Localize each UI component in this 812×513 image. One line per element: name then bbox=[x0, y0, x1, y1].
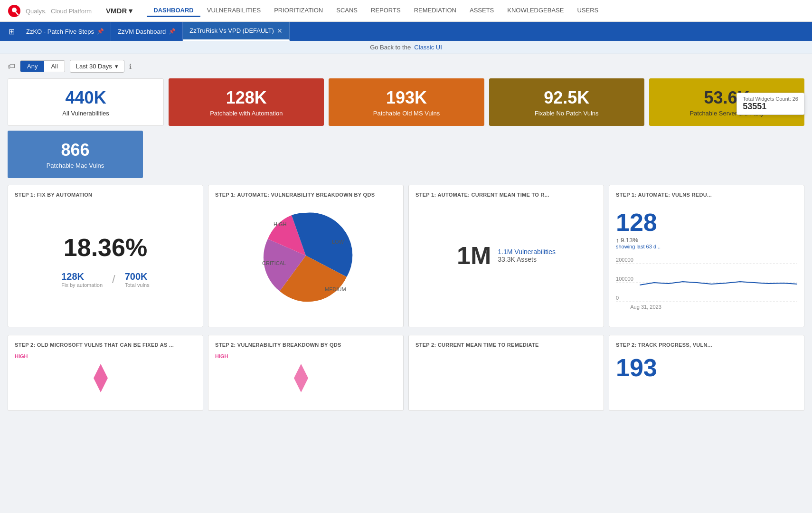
trend-note: showing last 63 d... bbox=[616, 244, 797, 249]
tab-trurisk-vpd[interactable]: ZzTruRisk Vs VPD (DEFAULT) ✕ bbox=[183, 22, 290, 41]
classic-ui-link[interactable]: Classic UI bbox=[414, 44, 442, 51]
vmdr-dropdown-button[interactable]: VMDR ▾ bbox=[101, 5, 137, 17]
tag-icon: 🏷 bbox=[8, 62, 15, 71]
widget-step2-mean-time: STEP 2: CURRENT MEAN TIME TO REMEDIATE bbox=[408, 335, 604, 411]
fix-details: 128K Fix by automation / 700K Total vuln… bbox=[61, 271, 149, 288]
nav-item-dashboard[interactable]: DASHBOARD bbox=[147, 5, 200, 17]
mean-vulns: 1.1M Vulnerabilities bbox=[498, 248, 556, 256]
bottom-chart-2 bbox=[215, 359, 397, 397]
total-widget-label: Total Widgets Count: 26 bbox=[743, 96, 798, 102]
kpi-label: All Vulnerabilities bbox=[62, 110, 109, 117]
kpi-value: 193K bbox=[386, 88, 427, 108]
kpi-patchable-mac-vulns[interactable]: 866 Patchable Mac Vulns bbox=[8, 131, 143, 178]
kpi-row-2: 866 Patchable Mac Vulns bbox=[0, 131, 812, 185]
tab-label: ZzKO - Patch Five Steps bbox=[26, 28, 94, 35]
fix-percentage: 18.36% bbox=[64, 233, 147, 262]
widget-vuln-breakdown-pie: STEP 1: AUTOMATE: VULNERABILITY BREAKDOW… bbox=[208, 185, 404, 327]
mean-details: 1.1M Vulnerabilities 33.3K Assets bbox=[498, 248, 556, 263]
fix-num1: 128K bbox=[61, 271, 103, 282]
vmdr-label: VMDR bbox=[106, 7, 127, 15]
widget-title: STEP 1: AUTOMATE: VULNERABILITY BREAKDOW… bbox=[215, 192, 397, 198]
kpi-value: 440K bbox=[66, 88, 106, 108]
nav-item-scans[interactable]: SCANS bbox=[330, 5, 364, 17]
tab-label: ZzTruRisk Vs VPD (DEFAULT) bbox=[189, 27, 274, 34]
bottom-widget-value: 193 bbox=[616, 353, 797, 382]
kpi-value: 866 bbox=[61, 140, 89, 160]
date-range-dropdown[interactable]: Last 30 Days ▾ bbox=[70, 60, 124, 73]
kpi-label: Patchable Mac Vulns bbox=[47, 162, 104, 169]
nav-item-assets[interactable]: ASSETS bbox=[463, 5, 500, 17]
trend-change: ↑ 9.13% bbox=[616, 237, 797, 244]
kpi-row-1: 440K All Vulnerabilities 128K Patchable … bbox=[0, 78, 812, 131]
any-button[interactable]: Any bbox=[20, 61, 44, 72]
pie-chart-container: LOW MEDIUM CRITICAL HIGH bbox=[215, 203, 397, 308]
widget-title: STEP 1: AUTOMATE: CURRENT MEAN TIME TO R… bbox=[415, 192, 597, 198]
tab-patch-five-steps[interactable]: ZzKO - Patch Five Steps 📌 bbox=[19, 22, 111, 41]
fix-by-automation-stat: 128K Fix by automation bbox=[61, 271, 103, 288]
tab-bar: ⊞ ZzKO - Patch Five Steps 📌 ZzVM Dashboa… bbox=[0, 22, 812, 41]
mean-assets: 33.3K Assets bbox=[498, 256, 556, 263]
widget-title: STEP 1: AUTOMATE: VULNS REDU... bbox=[616, 192, 797, 198]
fix-divider: / bbox=[112, 273, 115, 286]
any-all-toggle: Any All bbox=[20, 60, 65, 72]
widget-title: STEP 1: FIX BY AUTOMATION bbox=[15, 192, 196, 198]
widget-mean-time: STEP 1: AUTOMATE: CURRENT MEAN TIME TO R… bbox=[408, 185, 604, 327]
widget-title: STEP 2: TRACK PROGRESS, VULN... bbox=[616, 342, 797, 348]
chart-high-label: HIGH bbox=[215, 353, 397, 359]
tab-pin-icon[interactable]: 📌 bbox=[169, 28, 176, 35]
widget-step2-track-progress: STEP 2: TRACK PROGRESS, VULN... 193 bbox=[609, 335, 804, 411]
total-widget-tooltip: Total Widgets Count: 26 53551 bbox=[736, 93, 804, 115]
mean-big-value: 1M bbox=[457, 241, 491, 270]
nav-item-prioritization[interactable]: PRIORITIZATION bbox=[267, 5, 330, 17]
total-widget-value: 53551 bbox=[743, 102, 798, 112]
kpi-label: Patchable Old MS Vulns bbox=[373, 110, 440, 117]
widget-step2-vuln-breakdown: STEP 2: VULNERABILITY BREAKDOWN BY QDS H… bbox=[208, 335, 404, 411]
widget-fix-automation: STEP 1: FIX BY AUTOMATION 18.36% 128K Fi… bbox=[8, 185, 203, 327]
mean-time-content: 1M 1.1M Vulnerabilities 33.3K Assets bbox=[415, 203, 597, 308]
tab-close-icon[interactable]: ✕ bbox=[277, 27, 283, 35]
nav-item-users[interactable]: USERS bbox=[570, 5, 605, 17]
tab-vm-dashboard[interactable]: ZzVM Dashboard 📌 bbox=[111, 22, 183, 41]
date-range-label: Last 30 Days bbox=[76, 63, 112, 70]
tab-grid-button[interactable]: ⊞ bbox=[4, 24, 19, 39]
chart-date-label: Aug 31, 2023 bbox=[630, 304, 661, 310]
tab-label: ZzVM Dashboard bbox=[118, 28, 166, 35]
bottom-row: STEP 2: OLD MICROSOFT VULNS THAT CAN BE … bbox=[0, 335, 812, 418]
chart-label-100k: 100000 bbox=[616, 276, 633, 282]
fix-label1: Fix by automation bbox=[61, 282, 103, 288]
kpi-label: Fixable No Patch Vulns bbox=[535, 110, 599, 117]
widgets-grid: STEP 1: FIX BY AUTOMATION 18.36% 128K Fi… bbox=[0, 185, 812, 335]
pie-label-low: LOW bbox=[332, 239, 344, 245]
trend-chart: 200000 100000 0 Aug 31, 2023 bbox=[616, 254, 797, 311]
classic-bar-text: Go Back to the bbox=[370, 44, 411, 51]
nav-item-reports[interactable]: REPORTS bbox=[364, 5, 407, 17]
tab-pin-icon[interactable]: 📌 bbox=[97, 28, 104, 35]
nav-item-vulnerabilities[interactable]: VULNERABILITIES bbox=[200, 5, 267, 17]
logo-text: Qualys. Cloud Platform bbox=[24, 6, 92, 16]
kpi-patchable-ms-vulns[interactable]: 193K Patchable Old MS Vulns bbox=[329, 78, 484, 126]
widget-title: STEP 2: CURRENT MEAN TIME TO REMEDIATE bbox=[415, 342, 597, 348]
kpi-fixable-no-patch[interactable]: 92.5K Fixable No Patch Vulns bbox=[489, 78, 644, 126]
kpi-patchable-automation[interactable]: 128K Patchable with Automation bbox=[169, 78, 324, 126]
trend-content: 128 ↑ 9.13% showing last 63 d... 200000 … bbox=[616, 203, 797, 316]
kpi-all-vulnerabilities[interactable]: 440K All Vulnerabilities bbox=[8, 78, 164, 126]
kpi-value: 128K bbox=[226, 88, 267, 108]
nav-item-remediation[interactable]: REMEDIATION bbox=[407, 5, 463, 17]
pie-chart: LOW MEDIUM CRITICAL HIGH bbox=[254, 203, 358, 308]
info-icon[interactable]: ℹ bbox=[129, 63, 132, 70]
logo-name: Qualys. bbox=[26, 8, 47, 15]
total-vulns-stat: 700K Total vulns bbox=[125, 271, 150, 288]
qualys-logo-icon bbox=[8, 4, 21, 18]
widget-step2-ms-vulns: STEP 2: OLD MICROSOFT VULNS THAT CAN BE … bbox=[8, 335, 203, 411]
chart-label-0: 0 bbox=[616, 295, 619, 301]
vmdr-chevron-icon: ▾ bbox=[129, 7, 132, 15]
chart-high-label: HIGH bbox=[15, 353, 196, 359]
fix-automation-content: 18.36% 128K Fix by automation / 700K Tot… bbox=[15, 203, 196, 308]
logo: Qualys. Cloud Platform bbox=[8, 4, 92, 18]
widget-trend: STEP 1: AUTOMATE: VULNS REDU... 128 ↑ 9.… bbox=[609, 185, 804, 327]
classic-ui-bar: Go Back to the Classic UI bbox=[0, 41, 812, 54]
chevron-down-icon: ▾ bbox=[115, 63, 118, 70]
chart-label-200k: 200000 bbox=[616, 257, 633, 263]
nav-item-knowledgebase[interactable]: KNOWLEDGEBASE bbox=[500, 5, 570, 17]
all-button[interactable]: All bbox=[44, 61, 64, 72]
